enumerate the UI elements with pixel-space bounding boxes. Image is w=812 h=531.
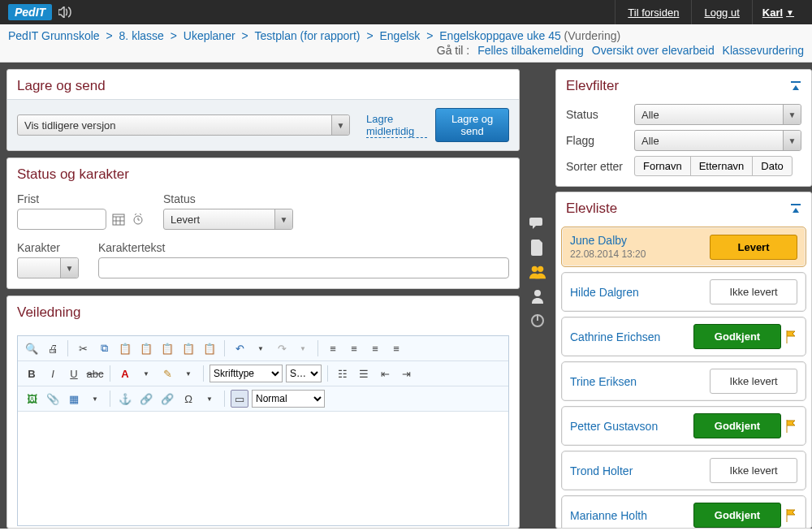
- format-select[interactable]: Normal: [252, 390, 325, 408]
- student-card[interactable]: June Dalby22.08.2014 13:20Levert: [561, 227, 806, 267]
- student-card[interactable]: Hilde DalgrenIkke levert: [561, 272, 806, 312]
- flag-icon[interactable]: [786, 330, 797, 343]
- student-card[interactable]: Cathrine ErichsenGodkjent: [561, 317, 806, 356]
- student-name: Trond Holter: [570, 464, 710, 477]
- goto-label: Gå til :: [437, 44, 469, 57]
- symbol-icon[interactable]: Ω: [179, 390, 197, 408]
- link-home[interactable]: Til forsiden: [615, 0, 691, 24]
- strikethrough-icon[interactable]: abc: [86, 365, 104, 382]
- document-icon[interactable]: [529, 240, 546, 256]
- power-icon[interactable]: [529, 313, 546, 329]
- underline-icon[interactable]: U: [65, 365, 83, 382]
- bold-icon[interactable]: B: [23, 365, 41, 382]
- paste-text-icon[interactable]: 📋: [137, 339, 155, 357]
- goto-link[interactable]: Felles tilbakemelding: [477, 44, 584, 57]
- table-icon[interactable]: ▦: [65, 390, 83, 408]
- anchor-icon[interactable]: ⚓: [116, 390, 134, 408]
- sort-button[interactable]: Etternavn: [690, 156, 754, 176]
- align-justify-icon[interactable]: ≡: [387, 339, 405, 357]
- breadcrumb-link[interactable]: Engelskoppgave uke 45: [439, 29, 560, 42]
- attachment-icon[interactable]: 📎: [44, 390, 62, 408]
- sort-button[interactable]: Fornavn: [634, 156, 691, 176]
- indent-icon[interactable]: ⇥: [397, 365, 415, 382]
- student-card[interactable]: Trine EriksenIkke levert: [561, 361, 806, 401]
- svg-point-12: [534, 290, 541, 296]
- breadcrumb-link[interactable]: Ukeplaner: [184, 29, 235, 42]
- undo-dropdown-icon[interactable]: ▼: [252, 339, 270, 357]
- paste-plain-icon[interactable]: 📋: [201, 339, 218, 357]
- breadcrumb-link[interactable]: PedIT Grunnskole: [8, 29, 100, 42]
- person-icon[interactable]: [529, 288, 546, 304]
- unordered-list-icon[interactable]: ☰: [355, 365, 373, 382]
- paste-html-icon[interactable]: 📋: [179, 339, 197, 357]
- editor-canvas[interactable]: [18, 412, 508, 525]
- version-select[interactable]: Vis tidligere versjon ▼: [17, 114, 350, 136]
- breadcrumb-link[interactable]: 8. klasse: [119, 29, 164, 42]
- collapse-icon[interactable]: [790, 80, 801, 92]
- cut-icon[interactable]: ✂: [74, 339, 92, 357]
- font-color-dropdown-icon[interactable]: ▼: [137, 365, 155, 382]
- ordered-list-icon[interactable]: ☷: [334, 365, 352, 382]
- outdent-icon[interactable]: ⇤: [376, 365, 394, 382]
- italic-icon[interactable]: I: [44, 365, 62, 382]
- unlink-icon[interactable]: 🔗: [158, 390, 176, 408]
- user-menu[interactable]: Karl ▼: [752, 0, 804, 24]
- align-left-icon[interactable]: ≡: [324, 339, 342, 357]
- chat-icon[interactable]: [529, 215, 546, 231]
- breadcrumb-link[interactable]: Engelsk: [380, 29, 421, 42]
- group-icon[interactable]: [529, 264, 546, 280]
- karakter-label: Karakter: [17, 241, 98, 254]
- flag-icon[interactable]: [786, 420, 797, 433]
- paste-word-icon[interactable]: 📋: [158, 339, 176, 357]
- status-select[interactable]: Levert ▼: [163, 209, 293, 230]
- redo-icon[interactable]: ↷: [273, 339, 291, 357]
- student-card[interactable]: Petter GustavsonGodkjent: [561, 406, 806, 446]
- frist-input[interactable]: [17, 209, 106, 230]
- student-date: 22.08.2014 13:20: [570, 248, 710, 260]
- karakter-select[interactable]: ▼: [17, 257, 79, 278]
- karaktertekst-input[interactable]: [98, 257, 509, 278]
- print-icon[interactable]: 🖨: [44, 339, 62, 357]
- logo[interactable]: PedIT: [8, 4, 52, 20]
- link-logout[interactable]: Logg ut: [691, 0, 751, 24]
- table-dropdown-icon[interactable]: ▼: [86, 390, 104, 408]
- symbol-dropdown-icon[interactable]: ▼: [201, 390, 218, 408]
- sort-label: Sorter etter: [566, 160, 634, 173]
- copy-icon[interactable]: ⧉: [95, 339, 113, 357]
- student-card[interactable]: Marianne HolthGodkjent: [561, 495, 806, 528]
- filter-flagg-select[interactable]: Alle ▼: [634, 130, 801, 151]
- align-right-icon[interactable]: ≡: [366, 339, 384, 357]
- save-temp-link[interactable]: Lagre midlertidig: [366, 113, 427, 138]
- sort-button[interactable]: Dato: [752, 156, 792, 176]
- collapse-icon[interactable]: [790, 203, 801, 214]
- status-badge: Ikke levert: [710, 279, 797, 304]
- status-badge: Ikke levert: [710, 458, 797, 483]
- status-badge: Ikke levert: [710, 369, 797, 394]
- highlight-icon[interactable]: ✎: [158, 365, 176, 382]
- clock-icon[interactable]: [131, 212, 145, 227]
- goto-link[interactable]: Klassevurdering: [723, 44, 804, 57]
- calendar-icon[interactable]: [111, 212, 126, 227]
- redo-dropdown-icon[interactable]: ▼: [294, 339, 312, 357]
- student-name: Marianne Holth: [570, 509, 693, 522]
- paste-icon[interactable]: 📋: [116, 339, 134, 357]
- status-panel: Status og karakter Frist: [6, 158, 520, 289]
- find-icon[interactable]: 🔍: [23, 339, 41, 357]
- version-select-label: Vis tidligere versjon: [24, 119, 115, 132]
- flag-icon[interactable]: [786, 509, 797, 522]
- save-send-button[interactable]: Lagre og send: [435, 108, 509, 142]
- breadcrumb-link[interactable]: Testplan (for rapport): [255, 29, 361, 42]
- font-size-select[interactable]: S…: [286, 365, 322, 382]
- sound-icon[interactable]: [58, 6, 73, 18]
- filter-status-select[interactable]: Alle ▼: [634, 104, 801, 125]
- link-icon[interactable]: 🔗: [137, 390, 155, 408]
- layout-icon[interactable]: ▭: [231, 390, 248, 408]
- font-family-select[interactable]: Skrifttype: [209, 365, 283, 382]
- goto-link[interactable]: Oversikt over elevarbeid: [592, 44, 715, 57]
- align-center-icon[interactable]: ≡: [345, 339, 363, 357]
- font-color-icon[interactable]: A: [116, 365, 134, 382]
- undo-icon[interactable]: ↶: [231, 339, 248, 357]
- highlight-dropdown-icon[interactable]: ▼: [179, 365, 197, 382]
- student-card[interactable]: Trond HolterIkke levert: [561, 451, 806, 490]
- image-icon[interactable]: 🖼: [23, 390, 41, 408]
